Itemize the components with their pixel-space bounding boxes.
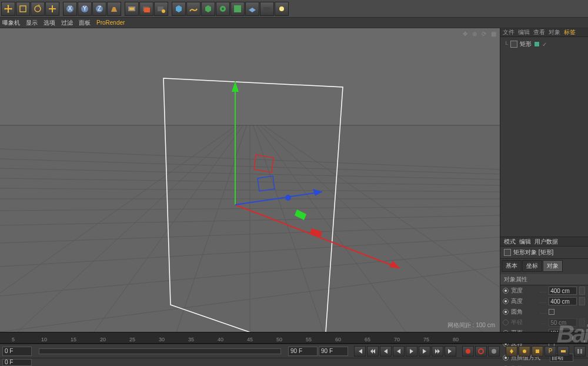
grid-spacing-label: 网格间距 : 100 cm (447, 321, 495, 330)
environment-button[interactable] (230, 2, 245, 16)
key-scale-button[interactable] (519, 346, 530, 357)
autokey-button[interactable] (475, 346, 487, 357)
svg-rect-16 (234, 5, 241, 12)
menu-panel[interactable]: 面板 (79, 19, 91, 27)
goto-start-button[interactable] (354, 346, 366, 357)
status-bar: 0 F (0, 358, 588, 366)
tree-item-label: 矩形 (520, 40, 532, 48)
viewport-nav-widgets: ✥ ⊕ ⟳ ▦ (461, 29, 497, 38)
width-input[interactable] (549, 287, 577, 295)
tab-edit[interactable]: 编辑 (518, 28, 530, 36)
render-settings-button[interactable] (154, 2, 168, 16)
radius-spinner (579, 318, 585, 327)
spline-button[interactable] (186, 2, 201, 16)
layout-button[interactable] (574, 346, 586, 357)
prev-frame-button[interactable] (380, 346, 392, 357)
attr-tab-edit[interactable]: 编辑 (519, 238, 531, 246)
menu-prorender[interactable]: ProRender (96, 19, 125, 26)
row-width: 宽度 ..... (500, 285, 588, 296)
menu-camera[interactable]: 曝象机 (2, 19, 20, 27)
next-key-button[interactable] (432, 346, 443, 357)
move-tool[interactable] (1, 2, 15, 16)
key-rot-button[interactable] (532, 346, 543, 357)
mode-basic[interactable]: 基本 (502, 260, 522, 272)
axis-y-button[interactable]: Y (78, 2, 92, 16)
svg-rect-0 (20, 6, 26, 12)
height-spinner[interactable] (579, 297, 585, 305)
generator-button[interactable] (201, 2, 215, 16)
transport-bar: 0 F 90 F 90 F P (0, 344, 588, 358)
svg-line-37 (259, 124, 482, 332)
light-button[interactable] (275, 2, 289, 16)
svg-rect-9 (129, 8, 134, 10)
key-param-button[interactable]: P (544, 346, 556, 357)
tab-objects[interactable]: 对象 (549, 28, 560, 36)
range-slider[interactable] (39, 348, 281, 354)
main-toolbar: X Y Z (0, 0, 588, 18)
cube-primitive-button[interactable] (172, 2, 186, 16)
tab-file[interactable]: 文件 (503, 28, 514, 36)
timeline[interactable]: 5101520253035404550556065707580 (0, 332, 588, 344)
goto-end-button[interactable] (445, 346, 456, 357)
select-tool[interactable] (16, 2, 30, 16)
rotate-tool[interactable] (31, 2, 45, 16)
menu-filter[interactable]: 过滤 (61, 19, 73, 27)
width-anim-toggle[interactable] (503, 288, 509, 294)
vp-rotate-icon[interactable]: ⟳ (480, 29, 488, 38)
play-back-button[interactable] (393, 346, 405, 357)
prev-key-button[interactable] (367, 346, 379, 357)
floor-button[interactable] (245, 2, 259, 16)
axis-z-button[interactable]: Z (92, 2, 106, 16)
object-tree[interactable]: └ 矩形 ✓ (500, 37, 588, 237)
radius-anim-toggle[interactable] (503, 320, 509, 325)
viewport-3d[interactable]: ✥ ⊕ ⟳ ▦ 网格间距 : 100 cm (0, 28, 500, 332)
scale-tool[interactable] (45, 2, 59, 16)
deformer-button[interactable] (216, 2, 230, 16)
svg-text:X: X (68, 5, 72, 12)
play-button[interactable] (406, 346, 417, 357)
rectangle-icon (510, 41, 517, 48)
vp-layout-icon[interactable]: ▦ (489, 29, 497, 38)
svg-line-38 (0, 124, 238, 293)
visibility-toggle[interactable] (534, 41, 540, 47)
coord-system-button[interactable] (107, 2, 121, 16)
mode-object[interactable]: 对象 (543, 260, 563, 272)
menu-display[interactable]: 显示 (26, 19, 38, 27)
object-manager-tabs: 文件 编辑 查看 对象 标签 (500, 28, 588, 37)
camera-button[interactable] (260, 2, 274, 16)
tab-view[interactable]: 查看 (533, 28, 545, 36)
attr-tab-userdata[interactable]: 用户数据 (534, 238, 558, 246)
viewport-scene (0, 28, 500, 332)
svg-point-1 (35, 6, 41, 12)
width-spinner[interactable] (579, 287, 585, 295)
mode-coord[interactable]: 坐标 (522, 260, 542, 272)
vp-move-icon[interactable]: ✥ (461, 29, 469, 38)
tree-item-rectangle[interactable]: └ 矩形 ✓ (503, 39, 586, 49)
range-end-field[interactable]: 90 F (319, 347, 348, 356)
round-anim-toggle[interactable] (503, 309, 509, 315)
attr-tab-mode[interactable]: 模式 (504, 238, 516, 246)
record-button[interactable] (462, 346, 474, 357)
viewport-menu: 曝象机 显示 选项 过滤 面板 ProRender (0, 18, 588, 28)
height-input[interactable] (549, 297, 577, 305)
range-cur-field[interactable]: 90 F (288, 347, 318, 356)
svg-line-35 (253, 124, 323, 332)
attr-mode-tabs: 基本 坐标 对象 (500, 259, 588, 273)
range-start-field[interactable]: 0 F (2, 347, 32, 356)
key-pla-button[interactable] (557, 346, 569, 357)
timeline-scale[interactable]: 5101520253035404550556065707580 (0, 332, 588, 343)
render-queue-button[interactable] (139, 2, 153, 16)
height-anim-toggle[interactable] (503, 298, 509, 304)
vp-zoom-icon[interactable]: ⊕ (470, 29, 479, 38)
key-all-button[interactable] (488, 346, 500, 357)
round-checkbox[interactable] (549, 309, 554, 315)
section-object-props: 对象属性 (500, 274, 588, 285)
key-pos-button[interactable] (506, 346, 517, 357)
menu-options[interactable]: 选项 (44, 19, 55, 27)
render-preview-button[interactable] (125, 2, 139, 16)
current-frame-field[interactable]: 0 F (2, 359, 32, 366)
tab-tags[interactable]: 标签 (564, 28, 576, 36)
axis-x-button[interactable]: X (63, 2, 77, 16)
object-type-icon (504, 249, 511, 256)
next-frame-button[interactable] (419, 346, 430, 357)
